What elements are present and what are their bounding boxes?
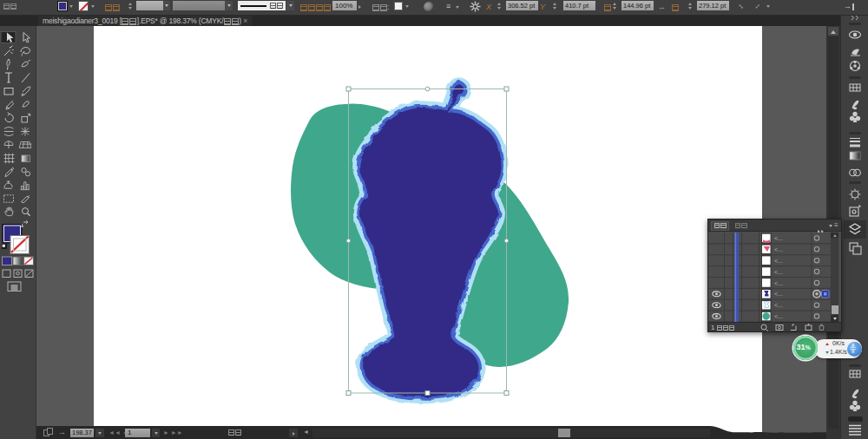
svg-text:<...: <... [774,313,783,319]
svg-text:<...: <... [774,258,783,264]
svg-text:<...: <... [774,302,783,308]
svg-text:<...: <... [774,280,783,286]
svg-text:<...: <... [774,246,783,252]
svg-text:<...: <... [774,291,783,297]
svg-text:<...: <... [774,269,783,275]
svg-text:<...: <... [774,235,783,241]
